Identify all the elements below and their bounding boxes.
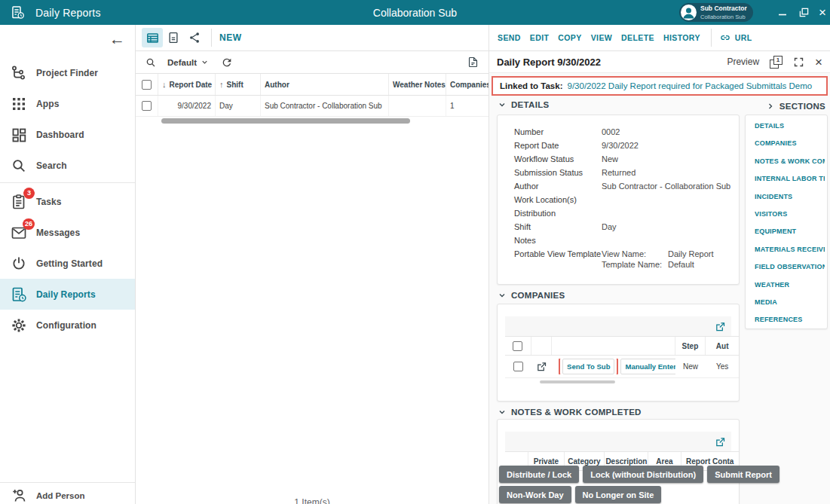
manually-entered-button[interactable]: Manually Entered xyxy=(620,359,675,374)
companies-card: Step Aut Send To xyxy=(497,304,740,402)
select-all-checkbox[interactable] xyxy=(142,80,152,90)
lock-without-distribution-button[interactable]: Lock (without Distribution) xyxy=(583,466,703,483)
sections-nav-item[interactable]: DETAILS xyxy=(755,122,825,130)
item-count: 1 Item(s) xyxy=(136,497,489,504)
sections-nav-item[interactable]: INTERNAL LABOR TRA... xyxy=(755,175,825,183)
chevron-down-icon xyxy=(201,58,209,66)
field-label: Work Location(s) xyxy=(514,195,602,206)
user-name: Sub Contractor xyxy=(700,5,747,12)
sidebar-item-getting-started[interactable]: Getting Started xyxy=(0,248,135,279)
column-header-shift[interactable]: ↑Shift xyxy=(216,74,261,95)
table-row[interactable]: 9/30/2022 Day Sub Contractor - Collabora… xyxy=(136,96,489,117)
new-report-button[interactable]: NEW xyxy=(219,32,242,43)
user-menu[interactable]: Sub Contractor Collaboration Sub xyxy=(679,3,753,22)
close-detail-icon[interactable]: × xyxy=(815,57,822,68)
column-header-companies[interactable]: Companies xyxy=(446,74,489,95)
edit-button[interactable]: EDIT xyxy=(530,33,550,42)
open-in-new-icon[interactable] xyxy=(536,361,547,372)
send-to-sub-button[interactable]: Send To Sub xyxy=(562,359,614,374)
column-header-report-date[interactable]: ↓Report Date xyxy=(158,74,216,95)
sidebar-item-label: Search xyxy=(36,160,67,171)
sections-nav-item[interactable]: FIELD OBSERVATIONS xyxy=(755,263,825,271)
sidebar-divider xyxy=(0,482,135,483)
row-author: Sub Contractor - Collaboration Sub xyxy=(261,96,389,116)
table-view-button[interactable] xyxy=(142,28,163,47)
view-button[interactable]: VIEW xyxy=(591,33,612,42)
detail-content: Linked to Task: 9/30/2022 Daily Report r… xyxy=(489,73,830,504)
export-icon[interactable] xyxy=(467,56,479,69)
add-person-button[interactable]: Add Person xyxy=(0,486,135,504)
column-header-weather-notes[interactable]: Weather Notes xyxy=(389,74,446,95)
share-icon[interactable] xyxy=(184,28,205,47)
sidebar-item-configuration[interactable]: Configuration xyxy=(0,310,135,341)
view-dropdown[interactable]: Default xyxy=(167,58,209,67)
fullscreen-icon[interactable] xyxy=(793,57,804,68)
link-icon xyxy=(719,32,731,44)
sections-nav-item[interactable]: COMPANIES xyxy=(755,139,825,148)
sections-nav-item[interactable]: VISITORS xyxy=(755,210,825,218)
sidebar-item-label: Apps xyxy=(36,99,59,109)
search-icon[interactable] xyxy=(145,57,157,69)
sidebar-item-search[interactable]: Search xyxy=(0,150,135,181)
row-checkbox[interactable] xyxy=(142,101,152,111)
close-window-button[interactable]: × xyxy=(813,0,830,25)
toolbar-divider xyxy=(711,29,712,47)
avatar xyxy=(681,5,697,20)
non-work-day-button[interactable]: Non-Work Day xyxy=(499,486,571,503)
document-view-button[interactable] xyxy=(163,28,184,47)
delete-button[interactable]: DELETE xyxy=(621,33,654,42)
field-value: New xyxy=(602,154,618,165)
sidebar-item-dashboard[interactable]: Dashboard xyxy=(0,119,135,150)
distribute-lock-button[interactable]: Distribute / Lock xyxy=(499,466,579,483)
sections-nav-item[interactable]: NOTES & WORK COMP... xyxy=(755,157,825,166)
linked-task-link[interactable]: 9/30/2022 Daily Report required for Pack… xyxy=(568,81,813,90)
refresh-icon[interactable] xyxy=(221,57,233,69)
notes-section-header[interactable]: NOTES & WORK COMPLETED xyxy=(498,408,642,417)
sections-nav-item[interactable]: REFERENCES xyxy=(755,316,825,324)
sections-nav-item[interactable]: INCIDENTS xyxy=(755,193,825,201)
field-value: Returned xyxy=(602,168,636,179)
view-name-label: View Name: xyxy=(602,249,668,260)
send-button[interactable]: SEND xyxy=(498,33,521,42)
no-longer-on-site-button[interactable]: No Longer on Site xyxy=(575,486,662,503)
column-header-author[interactable]: Author xyxy=(261,74,389,95)
sections-nav-item[interactable]: MEDIA xyxy=(755,298,825,307)
report-detail-panel: SEND EDIT COPY VIEW DELETE HISTORY URL D… xyxy=(489,25,830,504)
collapse-sidebar-arrow-icon[interactable]: ← xyxy=(109,31,125,47)
preview-button[interactable]: Preview xyxy=(727,57,759,67)
row-checkbox[interactable] xyxy=(513,362,523,371)
sort-asc-icon: ↑ xyxy=(219,80,224,89)
details-section-header[interactable]: DETAILS xyxy=(498,100,549,109)
field-label: Notes xyxy=(514,236,602,246)
sidebar-divider xyxy=(0,182,135,183)
preview-pane-icon[interactable]: 1 xyxy=(770,56,783,69)
field-label: Report Date xyxy=(514,141,602,151)
sections-nav-item[interactable]: EQUIPMENT xyxy=(755,228,825,236)
companies-section-header[interactable]: COMPANIES xyxy=(498,291,565,300)
sidebar-item-project-finder[interactable]: Project Finder xyxy=(0,57,135,88)
url-button[interactable]: URL xyxy=(719,32,752,44)
sections-nav-item[interactable]: WEATHER xyxy=(755,281,825,289)
tasks-badge: 3 xyxy=(23,188,35,199)
history-button[interactable]: HISTORY xyxy=(663,33,700,42)
user-role: Collaboration Sub xyxy=(700,14,747,20)
sections-nav-header[interactable]: SECTIONS xyxy=(766,102,825,111)
horizontal-scrollbar[interactable] xyxy=(540,380,615,383)
sidebar-item-messages[interactable]: 26 Messages xyxy=(0,217,135,248)
sections-nav-item[interactable]: MATERIALS RECEIVED xyxy=(755,246,825,254)
sidebar-item-label: Getting Started xyxy=(36,258,103,269)
row-shift: Day xyxy=(216,96,261,116)
submit-report-button[interactable]: Submit Report xyxy=(707,466,779,483)
restore-button[interactable] xyxy=(794,0,813,25)
sidebar-item-daily-reports[interactable]: Daily Reports xyxy=(0,279,135,310)
sidebar-item-tasks[interactable]: 3 Tasks xyxy=(0,186,135,217)
horizontal-scrollbar[interactable] xyxy=(161,118,410,124)
minimize-button[interactable] xyxy=(773,0,792,25)
select-all-checkbox[interactable] xyxy=(513,341,522,351)
open-in-new-icon[interactable] xyxy=(715,321,726,332)
open-in-new-icon[interactable] xyxy=(715,436,726,447)
sidebar-item-apps[interactable]: Apps xyxy=(0,88,135,119)
copy-button[interactable]: COPY xyxy=(558,33,581,42)
companies-table-header: Step Aut xyxy=(505,336,739,356)
companies-toolbar xyxy=(505,316,731,336)
